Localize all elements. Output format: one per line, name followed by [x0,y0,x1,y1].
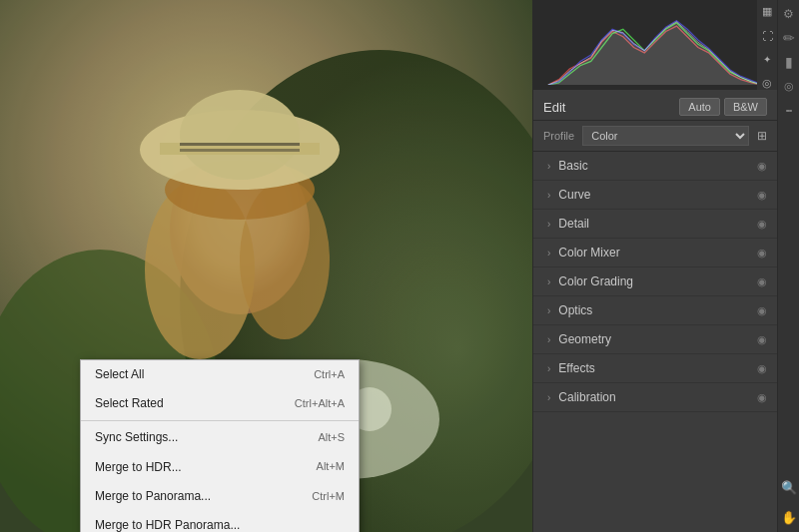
panel-item-detail[interactable]: › Detail ◉ [533,210,777,239]
eye-detail[interactable]: ◉ [757,218,767,231]
hand-icon[interactable]: ✋ [780,508,798,526]
edit-section: Edit Auto B&W [533,90,777,121]
chevron-curve: › [547,190,550,201]
panel-item-color-mixer[interactable]: › Color Mixer ◉ [533,239,777,267]
dots-icon[interactable]: ••• [780,101,798,119]
crop-icon[interactable]: ⛶ [758,29,776,43]
panel-icon[interactable]: ▮ [780,53,798,71]
detail-label: Detail [558,217,589,231]
far-right-icons: ⚙ ✏ ▮ ◎ ••• 🔍 ✋ [777,0,799,532]
eye-optics[interactable]: ◉ [757,304,767,317]
geometry-label: Geometry [558,332,611,346]
chevron-detail: › [547,219,550,230]
chevron-basic: › [547,161,550,172]
bw-button[interactable]: B&W [724,98,767,116]
eye-curve[interactable]: ◉ [757,189,767,202]
color-grading-label: Color Grading [558,274,633,288]
context-menu: Select All Ctrl+A Select Rated Ctrl+Alt+… [80,359,360,532]
chevron-effects: › [547,363,550,374]
chevron-calibration: › [547,392,550,403]
profile-grid-icon[interactable]: ⊞ [757,129,767,143]
edit-buttons: Auto B&W [679,98,767,116]
histogram-icon[interactable]: ▦ [758,5,776,19]
calibration-label: Calibration [558,390,615,404]
eye-basic[interactable]: ◉ [757,160,767,173]
profile-label: Profile [543,130,574,142]
brush-icon[interactable]: ✏ [780,29,798,47]
optics-label: Optics [558,303,592,317]
histogram-canvas [538,10,772,85]
panel-item-calibration[interactable]: › Calibration ◉ [533,383,777,412]
context-menu-item-merge-hdr-panorama[interactable]: Merge to HDR Panorama... [81,511,359,532]
panel-item-color-grading[interactable]: › Color Grading ◉ [533,267,777,296]
context-menu-item-merge-panorama[interactable]: Merge to Panorama... Ctrl+M [81,482,359,511]
eye-color-grading[interactable]: ◉ [757,275,767,288]
panel-item-optics[interactable]: › Optics ◉ [533,296,777,325]
right-panel: ▦ ⛶ ✦ ◎ Edit Auto B&W Profile Color [532,0,777,532]
tools-icon[interactable]: ⚙ [780,5,798,23]
chevron-color-grading: › [547,276,550,287]
panel-items: › Basic ◉ › Curve ◉ › Detail [533,152,777,532]
edit-title: Edit [543,100,565,115]
mask-icon[interactable]: ◎ [758,76,776,90]
auto-button[interactable]: Auto [679,98,720,116]
context-menu-item-select-all[interactable]: Select All Ctrl+A [81,360,359,389]
panel-right-icons: ▦ ⛶ ✦ ◎ [757,0,777,90]
color-mixer-label: Color Mixer [558,246,619,260]
histogram-area: ▦ ⛶ ✦ ◎ [533,0,777,90]
context-menu-separator-1 [81,420,359,421]
panel-item-effects[interactable]: › Effects ◉ [533,354,777,383]
heal-icon[interactable]: ✦ [758,53,776,67]
chevron-optics: › [547,305,550,316]
panel-item-basic[interactable]: › Basic ◉ [533,152,777,181]
eye-calibration[interactable]: ◉ [757,391,767,404]
context-menu-item-sync-settings[interactable]: Sync Settings... Alt+S [81,423,359,452]
eye-color-mixer[interactable]: ◉ [757,247,767,260]
profile-select[interactable]: Color Adobe Color Adobe Standard Black a… [582,126,749,146]
right-content: ▦ ⛶ ✦ ◎ Edit Auto B&W Profile Color [532,0,799,532]
context-menu-item-merge-hdr[interactable]: Merge to HDR... Alt+M [81,453,359,482]
main-layout: Select All Ctrl+A Select Rated Ctrl+Alt+… [0,0,799,532]
search-icon[interactable]: 🔍 [780,478,798,496]
panel-item-geometry[interactable]: › Geometry ◉ [533,325,777,354]
profile-row: Profile Color Adobe Color Adobe Standard… [533,121,777,152]
chevron-color-mixer: › [547,248,550,259]
eye-geometry[interactable]: ◉ [757,333,767,346]
curve-label: Curve [558,188,590,202]
basic-label: Basic [558,159,587,173]
context-menu-item-select-rated[interactable]: Select Rated Ctrl+Alt+A [81,389,359,418]
effects-label: Effects [558,361,594,375]
eye-icon[interactable]: ◎ [780,77,798,95]
chevron-geometry: › [547,334,550,345]
panel-item-curve[interactable]: › Curve ◉ [533,181,777,210]
eye-effects[interactable]: ◉ [757,362,767,375]
photo-area: Select All Ctrl+A Select Rated Ctrl+Alt+… [0,0,532,532]
